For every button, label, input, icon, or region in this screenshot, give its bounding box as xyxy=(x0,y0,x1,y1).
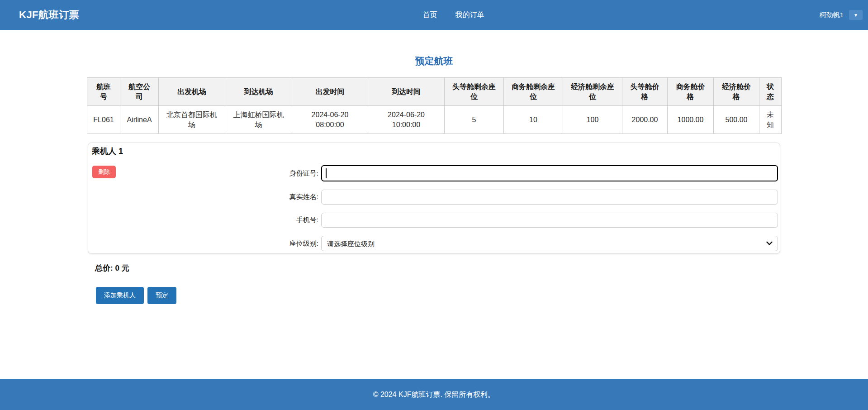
real-name-label: 真实姓名: xyxy=(90,193,321,201)
cell-departure-time: 2024-06-20 08:00:00 xyxy=(292,106,368,134)
flight-table-row: FL061 AirlineA 北京首都国际机场 上海虹桥国际机场 2024-06… xyxy=(87,106,782,134)
real-name-row: 真实姓名: xyxy=(90,190,778,205)
col-header-business-class-price: 商务舱价格 xyxy=(668,78,714,106)
col-header-status: 状态 xyxy=(759,78,782,106)
cell-first-class-price: 2000.00 xyxy=(622,106,668,134)
chevron-down-icon: ▼ xyxy=(854,13,858,18)
passenger-title: 乘机人 1 xyxy=(92,146,778,157)
phone-input[interactable] xyxy=(321,213,778,228)
book-button[interactable]: 预定 xyxy=(147,287,176,304)
seat-level-label: 座位级别: xyxy=(90,239,321,248)
total-price: 总价: 0 元 xyxy=(95,263,781,273)
main-nav: 首页 我的订单 xyxy=(423,10,484,20)
cell-airline: AirlineA xyxy=(120,106,159,134)
cell-business-class-price: 1000.00 xyxy=(668,106,714,134)
user-area: 柯劲帆1 ▼ xyxy=(820,10,863,20)
nav-home-link[interactable]: 首页 xyxy=(423,10,437,20)
cell-departure-airport: 北京首都国际机场 xyxy=(159,106,225,134)
seat-level-select[interactable]: 请选择座位级别 xyxy=(321,236,778,251)
flight-table: 航班号 航空公司 出发机场 到达机场 出发时间 到达时间 头等舱剩余座位 商务舱… xyxy=(87,77,782,134)
footer-copyright-text: © 2024 KJF航班订票. 保留所有权利。 xyxy=(373,390,495,400)
page: KJF航班订票 首页 我的订单 柯劲帆1 ▼ 预定航班 航班号 航空公司 出发机… xyxy=(0,0,868,410)
page-title: 预定航班 xyxy=(87,56,781,66)
passenger-panel: 乘机人 1 删除 身份证号: 真实姓名: xyxy=(88,143,780,254)
id-number-input[interactable] xyxy=(321,165,778,181)
text-caret xyxy=(326,168,327,178)
cell-economy-class-seats: 100 xyxy=(563,106,622,134)
total-price-label: 总价: xyxy=(95,264,113,272)
footer: © 2024 KJF航班订票. 保留所有权利。 xyxy=(0,379,868,410)
cell-arrival-airport: 上海虹桥国际机场 xyxy=(225,106,292,134)
total-price-unit: 元 xyxy=(122,264,129,272)
col-header-economy-class-seats: 经济舱剩余座位 xyxy=(563,78,622,106)
col-header-airline: 航空公司 xyxy=(120,78,159,106)
navbar: KJF航班订票 首页 我的订单 柯劲帆1 ▼ xyxy=(0,0,868,30)
seat-level-row: 座位级别: 请选择座位级别 xyxy=(90,236,778,251)
real-name-input[interactable] xyxy=(321,190,778,205)
total-price-value: 0 xyxy=(115,264,119,272)
passenger-fields: 身份证号: 真实姓名: 手机号: xyxy=(90,165,778,251)
nav-my-orders-link[interactable]: 我的订单 xyxy=(455,10,484,20)
brand-logo: KJF航班订票 xyxy=(19,8,79,22)
cell-first-class-seats: 5 xyxy=(445,106,504,134)
cell-status: 未知 xyxy=(759,106,782,134)
col-header-arrival-time: 到达时间 xyxy=(368,78,445,106)
flight-table-header: 航班号 航空公司 出发机场 到达机场 出发时间 到达时间 头等舱剩余座位 商务舱… xyxy=(87,78,782,106)
col-header-flight-no: 航班号 xyxy=(87,78,120,106)
col-header-departure-time: 出发时间 xyxy=(292,78,368,106)
id-number-label: 身份证号: xyxy=(90,169,321,178)
user-dropdown-button[interactable]: ▼ xyxy=(849,10,863,20)
cell-flight-no: FL061 xyxy=(87,106,120,134)
col-header-business-class-seats: 商务舱剩余座位 xyxy=(504,78,563,106)
col-header-departure-airport: 出发机场 xyxy=(159,78,225,106)
cell-economy-class-price: 500.00 xyxy=(714,106,759,134)
col-header-first-class-price: 头等舱价格 xyxy=(622,78,668,106)
cell-arrival-time: 2024-06-20 10:00:00 xyxy=(368,106,445,134)
col-header-first-class-seats: 头等舱剩余座位 xyxy=(445,78,504,106)
add-passenger-button[interactable]: 添加乘机人 xyxy=(96,287,144,304)
phone-label: 手机号: xyxy=(90,216,321,224)
col-header-arrival-airport: 到达机场 xyxy=(225,78,292,106)
main-content: 预定航班 航班号 航空公司 出发机场 到达机场 出发时间 到达时间 头等舱剩余座… xyxy=(0,30,868,379)
col-header-economy-class-price: 经济舱价格 xyxy=(714,78,759,106)
phone-row: 手机号: xyxy=(90,213,778,228)
username[interactable]: 柯劲帆1 xyxy=(820,11,844,19)
delete-passenger-button[interactable]: 删除 xyxy=(92,166,116,178)
action-buttons: 添加乘机人 预定 xyxy=(96,287,781,304)
id-number-row: 身份证号: xyxy=(90,165,778,181)
cell-business-class-seats: 10 xyxy=(504,106,563,134)
